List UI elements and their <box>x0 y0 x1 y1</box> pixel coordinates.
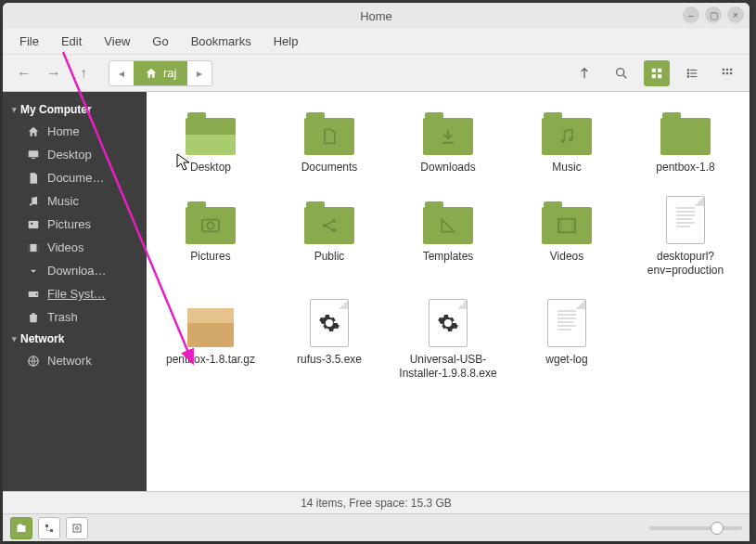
sidebar-item-label: Trash <box>47 310 78 324</box>
file-pictures[interactable]: Pictures <box>156 196 265 282</box>
desktop-icon <box>27 149 40 162</box>
sidebar-item-docume[interactable]: Docume… <box>3 166 147 189</box>
sidebar-item-home[interactable]: Home <box>3 120 147 143</box>
video-icon <box>27 241 40 254</box>
trash-icon <box>27 311 40 324</box>
sidebar-item-label: Home <box>47 124 80 138</box>
sidebar-item-label: Desktop <box>47 148 92 162</box>
menu-view[interactable]: View <box>95 31 139 52</box>
menu-edit[interactable]: Edit <box>52 31 91 52</box>
svg-rect-16 <box>730 71 732 73</box>
svg-rect-13 <box>730 68 732 70</box>
svg-rect-37 <box>558 218 562 231</box>
file-label: desktopurl?env=production <box>634 250 737 278</box>
svg-rect-38 <box>571 218 575 231</box>
show-hidden-toggle[interactable] <box>66 517 88 539</box>
search-button[interactable] <box>609 60 634 86</box>
file-grid: DesktopDocumentsDownloadsMusicpentbox-1.… <box>156 107 740 385</box>
sidebar-item-downloa[interactable]: Downloa… <box>3 259 147 282</box>
file-documents[interactable]: Documents <box>275 107 384 179</box>
toolbar: ← → ↑ ◂ raj ▸ <box>3 55 750 92</box>
menu-help[interactable]: Help <box>264 31 308 52</box>
sidebar-header[interactable]: Network <box>3 329 147 349</box>
zoom-slider[interactable] <box>649 526 742 530</box>
file-label: Downloads <box>420 161 475 175</box>
svg-rect-51 <box>18 525 26 532</box>
file-pentbox-1-8-tar-gz[interactable]: pentbox-1.8.tar.gz <box>156 299 265 385</box>
file-label: Documents <box>301 161 358 175</box>
path-next-button[interactable]: ▸ <box>187 67 211 80</box>
menu-go[interactable]: Go <box>143 31 177 52</box>
folder-icon <box>184 110 237 155</box>
svg-rect-2 <box>658 68 661 71</box>
svg-rect-10 <box>690 75 697 76</box>
svg-rect-14 <box>723 71 724 73</box>
file-label: rufus-3.5.exe <box>297 353 362 368</box>
sidebar-item-label: Music <box>47 194 79 208</box>
file-universal-usb-installer-1-9-8-8-exe[interactable]: Universal-USB-Installer-1.9.8.8.exe <box>393 299 503 385</box>
close-button[interactable]: × <box>727 6 744 23</box>
file-label: pentbox-1.8.tar.gz <box>166 353 255 368</box>
sidebar-item-pictures[interactable]: Pictures <box>3 213 147 236</box>
sidebar-item-trash[interactable]: Trash <box>3 305 147 329</box>
file-public[interactable]: Public <box>275 196 384 282</box>
content-area[interactable]: DesktopDocumentsDownloadsMusicpentbox-1.… <box>147 92 750 491</box>
file-downloads[interactable]: Downloads <box>393 107 503 179</box>
menu-file[interactable]: File <box>10 31 48 52</box>
maximize-button[interactable]: ▢ <box>705 6 722 23</box>
home-icon <box>27 125 40 138</box>
text-icon <box>659 200 712 244</box>
path-prev-button[interactable]: ◂ <box>109 67 134 80</box>
exe-icon <box>421 303 475 347</box>
svg-rect-18 <box>32 157 35 158</box>
list-view-button[interactable] <box>679 60 705 86</box>
svg-point-55 <box>76 526 79 529</box>
svg-point-0 <box>617 68 624 75</box>
file-desktop[interactable]: Desktop <box>156 107 265 179</box>
sidebar-item-label: Pictures <box>47 217 91 231</box>
sidebar-item-network[interactable]: Network <box>3 349 147 372</box>
compact-view-button[interactable] <box>714 60 740 86</box>
menubar: File Edit View Go Bookmarks Help <box>3 29 750 55</box>
icon-view-button[interactable] <box>644 60 670 86</box>
sidebar-item-filesyst[interactable]: File Syst… <box>3 282 147 305</box>
file-rufus-3-5-exe[interactable]: rufus-3.5.exe <box>275 299 384 385</box>
file-wget-log[interactable]: wget-log <box>512 299 621 385</box>
toggle-location-button[interactable] <box>573 60 599 86</box>
places-toggle[interactable] <box>10 517 32 539</box>
toolbar-right <box>573 60 740 86</box>
sidebar-header[interactable]: My Computer <box>3 99 147 120</box>
minimize-button[interactable]: – <box>683 6 699 23</box>
up-button[interactable]: ↑ <box>71 61 96 85</box>
file-label: Pictures <box>190 250 230 265</box>
file-desktopurl-env-production[interactable]: desktopurl?env=production <box>631 196 740 282</box>
back-button[interactable]: ← <box>12 61 36 85</box>
svg-rect-1 <box>652 68 656 71</box>
zoom-thumb[interactable] <box>711 522 724 535</box>
svg-rect-4 <box>658 74 661 78</box>
svg-rect-21 <box>29 220 39 227</box>
svg-rect-9 <box>687 75 689 77</box>
path-current[interactable]: raj <box>134 61 187 85</box>
menu-bookmarks[interactable]: Bookmarks <box>182 31 261 52</box>
svg-point-27 <box>36 293 38 295</box>
file-label: Universal-USB-Installer-1.9.8.8.exe <box>397 353 499 382</box>
svg-point-32 <box>207 222 213 228</box>
file-pentbox-1-8[interactable]: pentbox-1.8 <box>631 107 740 179</box>
tree-toggle[interactable] <box>38 517 60 539</box>
status-text: 14 items, Free space: 15.3 GB <box>301 497 452 510</box>
svg-rect-25 <box>37 243 39 251</box>
file-templates[interactable]: Templates <box>393 196 503 282</box>
forward-button[interactable]: → <box>42 61 66 85</box>
sidebar-item-videos[interactable]: Videos <box>3 236 147 259</box>
folder-icon <box>540 200 594 244</box>
file-music[interactable]: Music <box>512 107 621 179</box>
music-icon <box>27 195 40 208</box>
file-videos[interactable]: Videos <box>512 196 621 282</box>
sidebar: My ComputerHomeDesktopDocume…MusicPictur… <box>3 92 147 491</box>
sidebar-item-label: Videos <box>47 240 84 254</box>
sidebar-item-music[interactable]: Music <box>3 189 147 213</box>
sidebar-item-desktop[interactable]: Desktop <box>3 143 147 166</box>
doc-icon <box>27 172 40 185</box>
titlebar[interactable]: Home – ▢ × <box>3 3 750 29</box>
